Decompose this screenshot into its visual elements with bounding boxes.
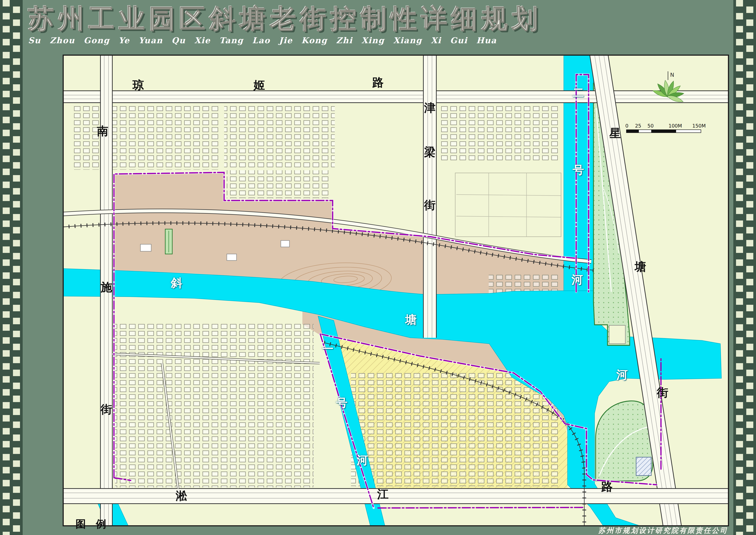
north-label: N	[670, 72, 674, 78]
filmstrip-tiles	[746, 0, 753, 535]
filmstrip-tiles	[736, 0, 743, 535]
planning-map-sheet: 苏州工业园区斜塘老街控制性详细规划 Su Zhou Gong Ye Yuan Q…	[0, 0, 756, 535]
sheet-header: 苏州工业园区斜塘老街控制性详细规划 Su Zhou Gong Ye Yuan Q…	[28, 2, 728, 54]
filmstrip-left-decoration	[0, 0, 23, 535]
legend-title: 图 例	[76, 517, 211, 531]
svg-text:50: 50	[647, 123, 654, 128]
company-credit: 苏州市规划设计研究院有限责任公司	[598, 526, 728, 535]
svg-text:25: 25	[635, 123, 641, 128]
filmstrip-right-decoration	[733, 0, 756, 535]
page-title: 苏州工业园区斜塘老街控制性详细规划	[28, 2, 728, 35]
svg-text:150M: 150M	[692, 123, 706, 128]
filmstrip-tiles	[3, 0, 10, 535]
svg-text:100M: 100M	[668, 123, 682, 128]
map-canvas: N 0 25 50 100M	[63, 55, 729, 526]
filmstrip-tiles	[13, 0, 20, 535]
green-strip	[165, 229, 172, 254]
svg-text:0: 0	[625, 123, 628, 128]
map-image: N 0 25 50 100M	[63, 55, 729, 526]
page-subtitle-pinyin: Su Zhou Gong Ye Yuan Qu Xie Tang Lao Jie…	[28, 36, 728, 45]
legend: 图 例 绿化控制绿线 水域 规划范围	[76, 517, 211, 535]
